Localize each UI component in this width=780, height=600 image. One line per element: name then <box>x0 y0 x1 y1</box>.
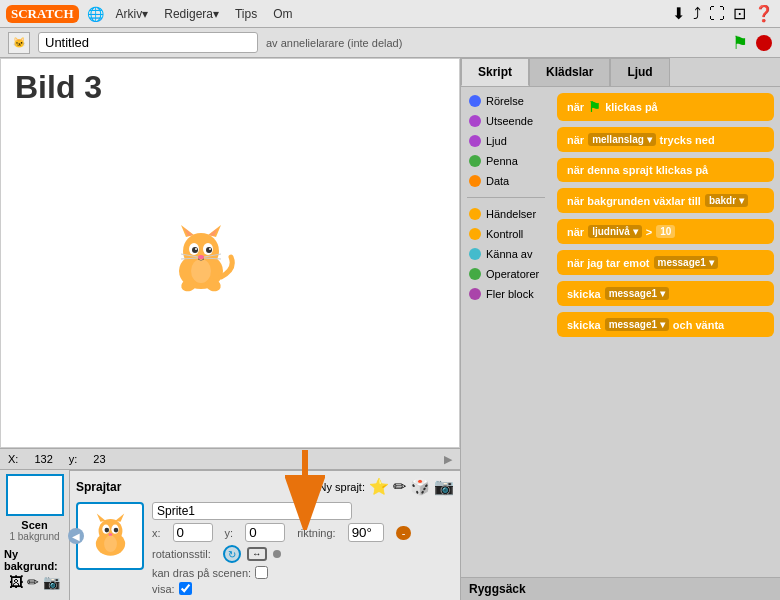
kan-dras-checkbox[interactable] <box>255 566 268 579</box>
x-prop-label: x: <box>152 527 161 539</box>
sprites-header: Sprajtar Ny sprajt: ⭐ ✏ 🎲 📷 <box>76 477 454 496</box>
cat-data-label: Data <box>486 175 509 187</box>
fullscreen-icon[interactable]: ⛶ <box>709 5 725 23</box>
cat-fler-block[interactable]: Fler block <box>467 286 545 302</box>
cat-kontroll-label: Kontroll <box>486 228 523 240</box>
visa-checkbox[interactable] <box>179 582 192 595</box>
blocks-list: när ⚑ klickas på när mellanslag ▾ trycks… <box>551 87 780 577</box>
menu-om[interactable]: Om <box>269 5 296 23</box>
bg-image-icon[interactable]: 🖼 <box>9 574 23 590</box>
sprite-camera-icon[interactable]: 📷 <box>434 477 454 496</box>
bg-label: Ny bakgrund: <box>4 548 65 572</box>
sprites-content: ◀ x: y: riktning: - <box>76 502 454 595</box>
tab-ljud[interactable]: Ljud <box>610 58 669 86</box>
cat-fler-dot <box>469 288 481 300</box>
skicka-label: skicka <box>567 288 601 300</box>
y-value: 23 <box>93 453 105 465</box>
scene-thumbnail[interactable] <box>6 474 64 516</box>
block-nar-tar-emot[interactable]: när jag tar emot message1 ▾ <box>557 250 774 275</box>
green-flag-button[interactable]: ⚑ <box>732 32 748 54</box>
menu-arkiv[interactable]: Arkiv▾ <box>112 5 153 23</box>
cat-utseende[interactable]: Utseende <box>467 113 545 129</box>
sprite-nav-left[interactable]: ◀ <box>68 528 84 544</box>
nar-denna-label: när denna sprajt klickas på <box>567 164 708 176</box>
block-nar-bakgrund[interactable]: när bakgrunden växlar till bakdr ▾ <box>557 188 774 213</box>
sprite1-thumbnail[interactable]: ◀ <box>76 502 144 570</box>
cat-data[interactable]: Data <box>467 173 545 189</box>
project-title-input[interactable] <box>38 32 258 53</box>
ludniva-value[interactable]: 10 <box>656 225 675 238</box>
nar-bakgrund-label: när bakgrunden växlar till <box>567 195 701 207</box>
cat-rorelse[interactable]: Rörelse <box>467 93 545 109</box>
mellanslag-dropdown[interactable]: mellanslag ▾ <box>588 133 655 146</box>
resize-handle[interactable]: ▶ <box>444 453 452 466</box>
cat-kanna-av[interactable]: Känna av <box>467 246 545 262</box>
rot-none-btn[interactable] <box>273 550 281 558</box>
tabs: Skript Klädslar Ljud <box>461 58 780 87</box>
rot-leftright-btn[interactable]: ↔ <box>247 547 267 561</box>
y-label: y: <box>69 453 78 465</box>
help-icon[interactable]: ❓ <box>754 4 774 23</box>
menu-redigera[interactable]: Redigera▾ <box>160 5 223 23</box>
sprite-container: ◀ <box>76 502 144 595</box>
globe-icon[interactable]: 🌐 <box>87 6 104 22</box>
menu-tips[interactable]: Tips <box>231 5 261 23</box>
block-nar-mellanslag[interactable]: när mellanslag ▾ trycks ned <box>557 127 774 152</box>
topbar: SCRATCH 🌐 Arkiv▾ Redigera▾ Tips Om ⬇ ⤴ ⛶… <box>0 0 780 28</box>
rot-all-btn[interactable]: ↻ <box>223 545 241 563</box>
coord-bar: X: 132 y: 23 ▶ <box>0 448 460 470</box>
cat-penna-dot <box>469 155 481 167</box>
svg-point-19 <box>191 259 211 283</box>
block-skicka[interactable]: skicka message1 ▾ <box>557 281 774 306</box>
ljudniva-dropdown[interactable]: ljudnivå ▾ <box>588 225 642 238</box>
cat-operatorer[interactable]: Operatorer <box>467 266 545 282</box>
project-subtitle: av annelielarare (inte delad) <box>266 37 402 49</box>
download-icon[interactable]: ⬇ <box>672 4 685 23</box>
bakdr-dropdown[interactable]: bakdr ▾ <box>705 194 748 207</box>
sprite-star-icon[interactable]: ⭐ <box>369 477 389 496</box>
cat-operatorer-dot <box>469 268 481 280</box>
riktning-input[interactable] <box>348 523 384 542</box>
sprite-name-input[interactable] <box>152 502 352 520</box>
y-prop-input[interactable] <box>245 523 285 542</box>
block-nar-sprajt[interactable]: när denna sprajt klickas på <box>557 158 774 182</box>
skicka2-message1-dropdown[interactable]: message1 ▾ <box>605 318 669 331</box>
sprite-surprise-icon[interactable]: 🎲 <box>410 477 430 496</box>
bg-camera-icon[interactable]: 📷 <box>43 574 60 590</box>
skicka-message1-dropdown[interactable]: message1 ▾ <box>605 287 669 300</box>
message1-dropdown[interactable]: message1 ▾ <box>654 256 718 269</box>
main-area: Bild 3 <box>0 58 780 600</box>
cat-ljud[interactable]: Ljud <box>467 133 545 149</box>
scene-label: Scen <box>21 519 47 531</box>
cat-kontroll[interactable]: Kontroll <box>467 226 545 242</box>
nar-label: när <box>567 101 584 113</box>
svg-marker-23 <box>115 513 124 521</box>
bottom-panels: Scen 1 bakgrund Ny bakgrund: 🖼 ✏ 📷 Spraj… <box>0 470 460 600</box>
blocks-area: Rörelse Utseende Ljud Penna Data <box>461 87 780 577</box>
sprite-info: x: y: riktning: - rotationsstil: <box>152 502 411 595</box>
rotation-modes: ↻ ↔ <box>223 545 281 563</box>
cat-operatorer-label: Operatorer <box>486 268 539 280</box>
upload-icon[interactable]: ⤴ <box>693 5 701 23</box>
kan-dras-label: kan dras på scenen: <box>152 567 251 579</box>
block-nar-ljudniva[interactable]: när ljudnivå ▾ > 10 <box>557 219 774 244</box>
x-prop-input[interactable] <box>173 523 213 542</box>
new-sprite-label: Ny sprajt: <box>319 481 365 493</box>
tab-skript[interactable]: Skript <box>461 58 529 86</box>
cat-handelser[interactable]: Händelser <box>467 206 545 222</box>
cat-sprite <box>161 219 241 299</box>
block-nar-flag[interactable]: när ⚑ klickas på <box>557 93 774 121</box>
sprite-paint-icon[interactable]: ✏ <box>393 477 406 496</box>
bg-paint-icon[interactable]: ✏ <box>27 574 39 590</box>
fullscreen2-icon[interactable]: ⊡ <box>733 4 746 23</box>
riktning-badge[interactable]: - <box>396 526 412 540</box>
cat-penna[interactable]: Penna <box>467 153 545 169</box>
scene-sublabel: 1 bakgrund <box>9 531 59 542</box>
cat-kontroll-dot <box>469 228 481 240</box>
block-skicka-vanta[interactable]: skicka message1 ▾ och vänta <box>557 312 774 337</box>
stop-button[interactable] <box>756 35 772 51</box>
top-right-icons: ⬇ ⤴ ⛶ ⊡ ❓ <box>672 4 774 23</box>
tab-kladslar[interactable]: Klädslar <box>529 58 610 86</box>
cat-utseende-dot <box>469 115 481 127</box>
category-divider <box>467 197 545 198</box>
